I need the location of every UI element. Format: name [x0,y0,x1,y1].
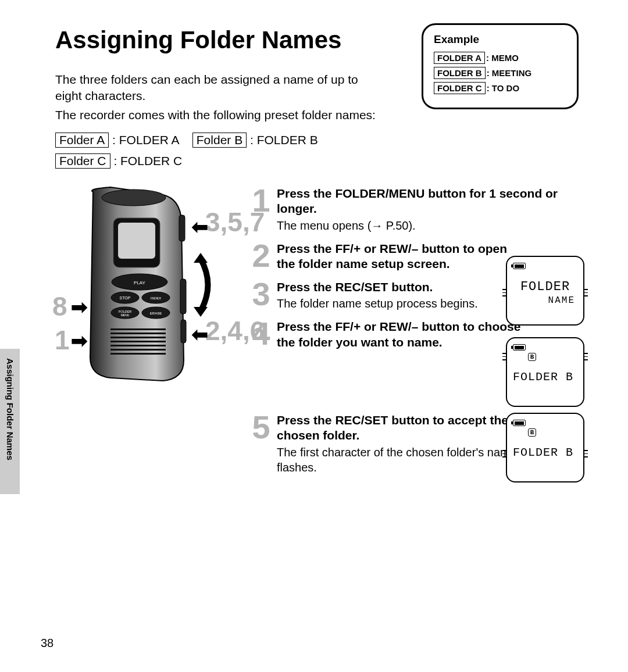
svg-rect-14 [110,333,166,334]
device-illustration: PLAY STOP INDEX FOLDER MENU ERASE 8 1 3, [35,186,250,395]
preset-b-tag: Folder B [192,133,247,148]
preset-row2: Folder C : FOLDER C [55,153,593,169]
lcd-text: FOLDER B [511,446,580,459]
step-number: 2 [250,241,272,272]
step-desc: The folder name setup process begins. [277,296,521,311]
step-number: 5 [250,413,272,475]
play-label: PLAY [134,280,146,285]
example-folder-val: : MEETING [487,68,532,78]
lcd-text: FOLDER [511,280,580,294]
callout-1: 1 [55,324,70,356]
step-desc: The first character of the chosen folder… [277,445,521,475]
svg-point-0 [102,190,166,206]
lcd-text: NAME [511,295,575,306]
svg-text:ERASE: ERASE [150,312,162,315]
svg-text:STOP: STOP [120,296,131,300]
folder-letter-icon: B [528,428,536,437]
example-folder-val: : MEMO [486,53,519,63]
step-title: Press the FF/+ or REW/– button to choose… [277,319,521,350]
step-title: Press the FOLDER/MENU button for 1 secon… [277,186,593,217]
page-number: 38 [41,637,53,650]
preset-b-val: : FOLDER B [250,133,318,146]
recorder-device-icon: PLAY STOP INDEX FOLDER MENU ERASE [58,186,192,384]
preset-row: Folder A : FOLDER A Folder B : FOLDER B [55,133,593,148]
intro-p1: The three folders can each be assigned a… [55,72,381,105]
example-folder-tag: FOLDER B [434,67,486,79]
step-title: Press the REC/SET button. [277,280,521,295]
step-title: Press the REC/SET button to accept the c… [277,413,521,444]
step-number: 1 [250,186,272,233]
folder-letter-icon: B [528,353,536,361]
svg-text:MENU: MENU [121,313,130,317]
preset-a-val: : FOLDER A [112,133,179,146]
step-1: 1 Press the FOLDER/MENU button for 1 sec… [250,186,593,233]
side-tab: Assigning Folder Names [0,349,20,494]
svg-rect-13 [110,328,166,330]
svg-rect-2 [118,223,155,259]
arrow-right-icon: ➡ [71,329,87,352]
example-row: FOLDER C : TO DO [434,82,566,94]
example-title: Example [434,33,566,46]
lcd-text: FOLDER B [511,370,580,384]
preset-c-tag: Folder C [55,153,110,169]
example-box: Example FOLDER A : MEMO FOLDER B : MEETI… [422,23,579,109]
step-title: Press the FF/+ or REW/– button to open t… [277,241,521,272]
arrow-left-icon: ➡ [192,215,208,238]
svg-rect-22 [181,320,186,343]
svg-marker-23 [194,253,208,263]
example-folder-val: : TO DO [487,83,519,93]
step-desc: The menu opens (→ P.50). [277,218,593,233]
svg-rect-16 [110,341,166,342]
curved-double-arrow-icon [183,250,218,320]
lcd-screen-1: FOLDER NAME [506,256,584,326]
arrow-right-icon: ➡ [71,295,87,319]
lcd-screen-3: B FOLDER B [506,413,584,482]
battery-icon [513,263,526,269]
svg-text:INDEX: INDEX [151,296,161,300]
battery-icon [513,420,526,426]
example-row: FOLDER A : MEMO [434,52,566,64]
lcd-screen-2: B FOLDER B [506,337,584,407]
example-folder-tag: FOLDER A [434,52,485,64]
intro-text: The three folders can each be assigned a… [55,72,381,123]
example-folder-tag: FOLDER C [434,82,486,94]
svg-rect-15 [110,337,166,338]
preset-c-val: : FOLDER C [113,154,182,167]
svg-rect-17 [110,345,166,346]
example-row: FOLDER B : MEETING [434,67,566,79]
svg-rect-20 [179,215,185,241]
intro-p2: The recorder comes with the following pr… [55,107,381,123]
step-number: 4 [250,319,272,350]
svg-marker-24 [194,307,208,317]
step-number: 3 [250,280,272,311]
battery-icon [513,344,526,351]
callout-8: 8 [52,291,67,322]
preset-a-tag: Folder A [55,133,109,148]
svg-rect-19 [110,353,166,355]
arrow-left-icon: ➡ [192,323,208,346]
svg-rect-18 [110,349,166,351]
